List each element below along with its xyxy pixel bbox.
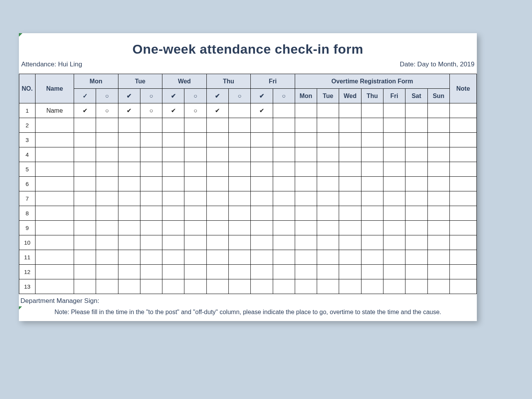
cell-check[interactable] bbox=[206, 162, 228, 177]
cell-circle[interactable] bbox=[140, 177, 162, 191]
cell-check[interactable] bbox=[206, 147, 228, 162]
cell-check[interactable]: ✔ bbox=[206, 103, 228, 118]
cell-no[interactable]: 13 bbox=[19, 279, 35, 294]
cell-check[interactable] bbox=[118, 250, 140, 265]
cell-check[interactable] bbox=[74, 162, 96, 177]
cell-overtime[interactable] bbox=[405, 265, 427, 279]
cell-check[interactable] bbox=[74, 265, 96, 279]
cell-overtime[interactable] bbox=[383, 265, 405, 279]
cell-overtime[interactable] bbox=[361, 103, 383, 118]
cell-overtime[interactable] bbox=[295, 147, 317, 162]
cell-no[interactable]: 1 bbox=[19, 103, 35, 118]
cell-circle[interactable] bbox=[228, 265, 250, 279]
cell-note[interactable] bbox=[450, 235, 477, 250]
cell-circle[interactable] bbox=[273, 177, 295, 191]
cell-check[interactable] bbox=[206, 206, 228, 221]
cell-check[interactable] bbox=[74, 118, 96, 133]
cell-name[interactable] bbox=[35, 133, 74, 147]
cell-check[interactable] bbox=[251, 133, 273, 147]
cell-note[interactable] bbox=[450, 177, 477, 191]
cell-overtime[interactable] bbox=[317, 221, 339, 235]
cell-overtime[interactable] bbox=[405, 235, 427, 250]
cell-overtime[interactable] bbox=[339, 221, 361, 235]
cell-overtime[interactable] bbox=[317, 118, 339, 133]
cell-circle[interactable] bbox=[140, 279, 162, 294]
cell-overtime[interactable] bbox=[361, 279, 383, 294]
cell-no[interactable]: 7 bbox=[19, 191, 35, 206]
cell-overtime[interactable] bbox=[383, 235, 405, 250]
cell-circle[interactable] bbox=[228, 250, 250, 265]
cell-check[interactable] bbox=[118, 265, 140, 279]
cell-note[interactable] bbox=[450, 279, 477, 294]
cell-overtime[interactable] bbox=[317, 103, 339, 118]
cell-check[interactable]: ✔ bbox=[251, 103, 273, 118]
cell-circle[interactable] bbox=[184, 265, 206, 279]
cell-check[interactable] bbox=[74, 191, 96, 206]
cell-check[interactable] bbox=[206, 279, 228, 294]
cell-circle[interactable] bbox=[96, 133, 118, 147]
cell-circle[interactable] bbox=[96, 279, 118, 294]
cell-check[interactable] bbox=[118, 118, 140, 133]
cell-note[interactable] bbox=[450, 162, 477, 177]
cell-overtime[interactable] bbox=[405, 147, 427, 162]
cell-overtime[interactable] bbox=[295, 191, 317, 206]
cell-circle[interactable] bbox=[228, 162, 250, 177]
cell-check[interactable] bbox=[162, 206, 184, 221]
cell-no[interactable]: 4 bbox=[19, 147, 35, 162]
cell-circle[interactable] bbox=[96, 235, 118, 250]
cell-overtime[interactable] bbox=[405, 221, 427, 235]
cell-overtime[interactable] bbox=[383, 118, 405, 133]
cell-circle[interactable] bbox=[184, 250, 206, 265]
cell-overtime[interactable] bbox=[361, 206, 383, 221]
cell-overtime[interactable] bbox=[339, 162, 361, 177]
cell-overtime[interactable] bbox=[295, 250, 317, 265]
cell-circle[interactable]: ○ bbox=[140, 103, 162, 118]
cell-check[interactable]: ✔ bbox=[118, 103, 140, 118]
cell-overtime[interactable] bbox=[317, 133, 339, 147]
cell-name[interactable] bbox=[35, 279, 74, 294]
cell-circle[interactable] bbox=[273, 147, 295, 162]
cell-check[interactable] bbox=[118, 162, 140, 177]
cell-no[interactable]: 10 bbox=[19, 235, 35, 250]
cell-check[interactable] bbox=[74, 147, 96, 162]
cell-overtime[interactable] bbox=[339, 279, 361, 294]
cell-note[interactable] bbox=[450, 118, 477, 133]
cell-circle[interactable] bbox=[96, 147, 118, 162]
cell-circle[interactable] bbox=[273, 133, 295, 147]
cell-overtime[interactable] bbox=[383, 221, 405, 235]
cell-overtime[interactable] bbox=[405, 103, 427, 118]
cell-overtime[interactable] bbox=[361, 147, 383, 162]
cell-circle[interactable] bbox=[184, 191, 206, 206]
cell-check[interactable] bbox=[206, 191, 228, 206]
cell-overtime[interactable] bbox=[427, 235, 450, 250]
cell-no[interactable]: 11 bbox=[19, 250, 35, 265]
cell-overtime[interactable] bbox=[339, 118, 361, 133]
cell-check[interactable] bbox=[206, 221, 228, 235]
cell-overtime[interactable] bbox=[295, 279, 317, 294]
cell-circle[interactable] bbox=[228, 118, 250, 133]
cell-check[interactable] bbox=[206, 133, 228, 147]
cell-no[interactable]: 12 bbox=[19, 265, 35, 279]
cell-circle[interactable] bbox=[273, 279, 295, 294]
cell-check[interactable] bbox=[74, 133, 96, 147]
cell-overtime[interactable] bbox=[361, 221, 383, 235]
cell-overtime[interactable] bbox=[295, 103, 317, 118]
cell-overtime[interactable] bbox=[361, 133, 383, 147]
cell-check[interactable] bbox=[74, 279, 96, 294]
cell-name[interactable]: Name bbox=[35, 103, 74, 118]
cell-check[interactable] bbox=[251, 250, 273, 265]
cell-note[interactable] bbox=[450, 133, 477, 147]
cell-check[interactable] bbox=[118, 206, 140, 221]
cell-circle[interactable] bbox=[140, 265, 162, 279]
cell-check[interactable] bbox=[251, 118, 273, 133]
cell-circle[interactable] bbox=[273, 250, 295, 265]
cell-circle[interactable] bbox=[96, 250, 118, 265]
cell-circle[interactable] bbox=[273, 162, 295, 177]
cell-overtime[interactable] bbox=[317, 265, 339, 279]
cell-note[interactable] bbox=[450, 206, 477, 221]
cell-overtime[interactable] bbox=[361, 162, 383, 177]
cell-circle[interactable] bbox=[184, 118, 206, 133]
cell-check[interactable] bbox=[162, 279, 184, 294]
cell-check[interactable] bbox=[118, 221, 140, 235]
cell-check[interactable] bbox=[162, 118, 184, 133]
